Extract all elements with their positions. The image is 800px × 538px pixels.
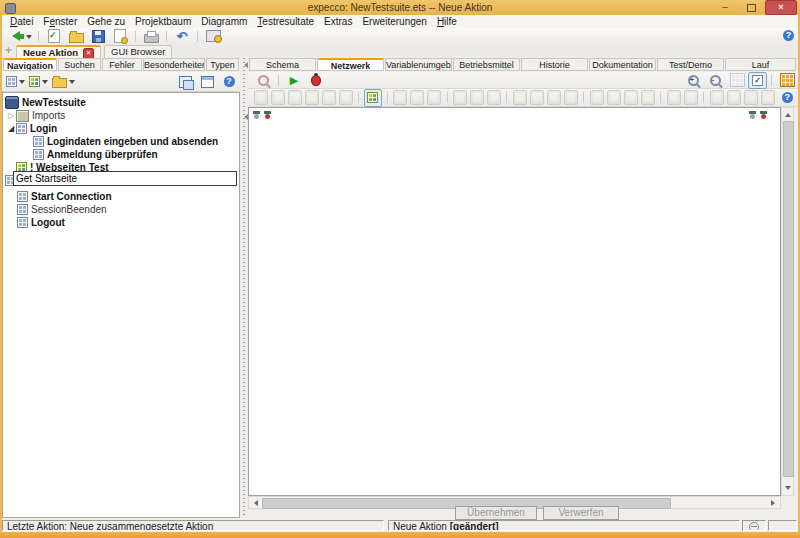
apply-button[interactable]: Übernehmen [455, 506, 537, 520]
menu-gehe-zu[interactable]: Gehe zu [82, 15, 130, 28]
save-button[interactable] [87, 29, 109, 44]
tree-item-logout[interactable]: Logout [3, 216, 237, 229]
ungroup-steps-icon[interactable] [305, 90, 319, 105]
palette-button[interactable] [776, 73, 798, 88]
align-right-icon[interactable] [530, 90, 544, 105]
add-connection-icon[interactable] [453, 90, 467, 105]
save-layout-button[interactable] [196, 74, 218, 89]
distribute-horizontal-icon[interactable] [590, 90, 604, 105]
route-straight-icon[interactable] [727, 90, 741, 105]
new-document-button[interactable] [109, 29, 131, 44]
tree-item-start-connection[interactable]: Start Connection [3, 190, 237, 203]
sum-icon[interactable] [624, 90, 638, 105]
vertical-scrollbar[interactable] [781, 107, 794, 496]
collapse-arrow-icon[interactable] [241, 114, 248, 120]
back-button[interactable] [5, 29, 34, 44]
new-compound-menu-button[interactable] [27, 74, 50, 89]
history-button[interactable] [202, 29, 224, 44]
undo-button[interactable]: ↶ [171, 29, 193, 44]
tab-typen[interactable]: Typen [206, 58, 239, 71]
insert-action-button[interactable] [364, 89, 382, 107]
commit-button[interactable]: ✓ [43, 29, 65, 44]
tree-item-newtestsuite[interactable]: NewTestsuite [3, 96, 237, 109]
menu-hilfe[interactable]: Hilfe [432, 15, 462, 28]
tree-item-logindaten[interactable]: Logindaten eingeben und absenden [3, 135, 237, 148]
tree-item-anmeldung[interactable]: Anmeldung überprüfen [3, 148, 237, 161]
zoom-out-button[interactable]: - [704, 73, 726, 88]
float-window-button[interactable] [174, 74, 196, 89]
grid-toggle-button[interactable] [726, 73, 748, 88]
maximize-button[interactable] [739, 1, 763, 14]
zoom-in-button[interactable]: + [682, 73, 704, 88]
tab-suchen[interactable]: Suchen [58, 58, 101, 71]
collapse-arrow-icon[interactable] [241, 62, 248, 68]
menu-diagramm[interactable]: Diagramm [196, 15, 252, 28]
align-top-icon[interactable] [547, 90, 561, 105]
menu-erweiterungen[interactable]: Erweiterungen [357, 15, 431, 28]
scrollbar-thumb[interactable] [783, 121, 794, 477]
menu-extras[interactable]: Extras [319, 15, 357, 28]
discard-button[interactable]: Verwerfen [543, 506, 619, 520]
network-help-button[interactable]: ? [776, 90, 798, 105]
scroll-down-icon[interactable] [782, 484, 793, 495]
output-pin-icon[interactable] [264, 111, 271, 121]
new-action-menu-button[interactable] [4, 74, 27, 89]
route-curved-icon[interactable] [744, 90, 758, 105]
mirror-icon[interactable] [684, 90, 698, 105]
input-pin-icon[interactable] [253, 111, 260, 121]
route-orthogonal-icon[interactable] [710, 90, 724, 105]
route-auto-icon[interactable] [761, 90, 775, 105]
snap-toggle-button[interactable]: ✓ [748, 72, 767, 89]
open-button[interactable] [65, 29, 87, 44]
expander-collapsed-icon[interactable]: ▷ [6, 109, 16, 122]
tab-historie[interactable]: Historie [521, 58, 588, 71]
close-button[interactable]: × [765, 0, 797, 15]
align-left-icon[interactable] [513, 90, 527, 105]
scroll-up-icon[interactable] [782, 108, 793, 119]
tab-navigation[interactable]: Navigation [3, 58, 57, 71]
run-button[interactable]: ▶ [283, 73, 305, 88]
scroll-left-icon[interactable] [249, 497, 260, 508]
connect-steps-icon[interactable] [427, 90, 441, 105]
tab-netzwerk[interactable]: Netzwerk [317, 58, 384, 71]
menu-datei[interactable]: Datei [5, 15, 38, 28]
new-step-icon[interactable] [254, 90, 268, 105]
tab-variablenumgebung[interactable]: Variablenumgebung [385, 58, 452, 71]
tree-item-imports[interactable]: ▷ Imports [3, 109, 237, 122]
menu-fenster[interactable]: Fenster [38, 15, 82, 28]
menu-projektbaum[interactable]: Projektbaum [130, 15, 196, 28]
help-icon[interactable]: ? [783, 30, 794, 41]
print-button[interactable] [140, 29, 162, 44]
scroll-right-icon[interactable] [769, 497, 780, 508]
tab-lauf[interactable]: Lauf [725, 58, 796, 71]
group-steps-icon[interactable] [288, 90, 302, 105]
zoom-reset-button[interactable] [252, 73, 274, 88]
tab-neue-aktion[interactable]: Neue Aktion× [16, 45, 101, 58]
minimize-button[interactable]: – [713, 1, 737, 14]
tab-besonderheiten[interactable]: Besonderheiten [143, 58, 205, 71]
panel-splitter[interactable] [240, 58, 248, 518]
edit-step-icon[interactable] [322, 90, 336, 105]
tree-item-sessionbeenden[interactable]: SessionBeenden [3, 203, 237, 216]
reroute-connection-icon[interactable] [487, 90, 501, 105]
expander-expanded-icon[interactable]: ◢ [6, 122, 16, 135]
new-folder-menu-button[interactable] [50, 74, 77, 89]
tree-help-button[interactable]: ? [218, 74, 240, 89]
expand-step-icon[interactable] [641, 90, 655, 105]
align-bottom-icon[interactable] [564, 90, 578, 105]
connect-output-icon[interactable] [410, 90, 424, 105]
menu-testresultate[interactable]: Testresultate [252, 15, 319, 28]
network-canvas[interactable] [248, 107, 781, 496]
distribute-vertical-icon[interactable] [607, 90, 621, 105]
tab-gui-browser[interactable]: GUI Browser [104, 45, 172, 58]
duplicate-step-icon[interactable] [271, 90, 285, 105]
swap-pins-icon[interactable] [667, 90, 681, 105]
tab-betriebsmittel[interactable]: Betriebsmittel [453, 58, 520, 71]
connect-input-icon[interactable] [393, 90, 407, 105]
dock-icon[interactable]: ✛ [5, 47, 13, 55]
tab-schema[interactable]: Schema [249, 58, 316, 71]
remove-connection-icon[interactable] [470, 90, 484, 105]
output-pin-icon[interactable] [760, 111, 767, 121]
tab-test-demo[interactable]: Test/Demo [657, 58, 724, 71]
step-properties-icon[interactable] [339, 90, 353, 105]
